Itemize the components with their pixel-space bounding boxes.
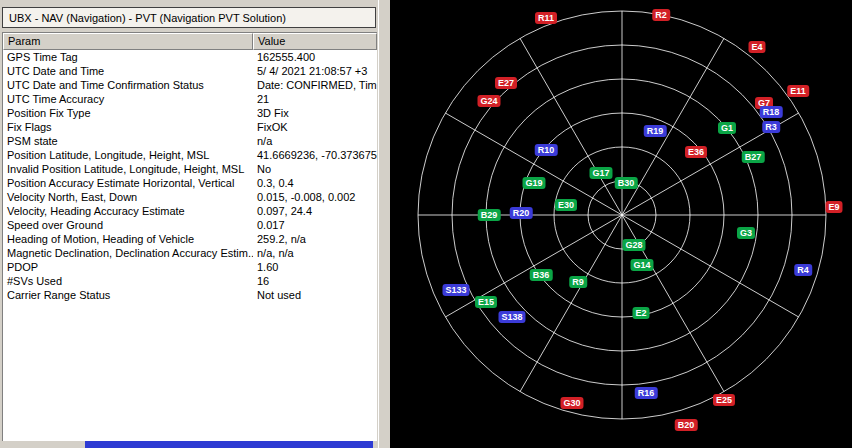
value-cell: 41.6669236, -70.373675 xyxy=(253,148,377,162)
param-cell: UTC Date and Time Confirmation Status xyxy=(3,78,253,92)
param-cell: Carrier Range Status xyxy=(3,288,253,302)
param-cell: Velocity, Heading Accuracy Estimate xyxy=(3,204,253,218)
value-cell: Not used xyxy=(253,288,377,302)
value-cell: 0.3, 0.4 xyxy=(253,176,377,190)
satellite-label: G19 xyxy=(522,177,545,189)
value-cell: n/a, n/a xyxy=(253,246,377,260)
table-row[interactable]: Carrier Range StatusNot used xyxy=(3,288,377,302)
value-cell: n/a xyxy=(253,134,377,148)
table-row[interactable]: Magnetic Declination, Declination Accura… xyxy=(3,246,377,260)
satellite-label: G3 xyxy=(737,227,755,239)
param-cell: Position Accuracy Estimate Horizontal, V… xyxy=(3,176,253,190)
param-cell: Fix Flags xyxy=(3,120,253,134)
bottom-blue-strip xyxy=(85,441,373,448)
satellite-label: R19 xyxy=(644,125,667,137)
satellite-label: G1 xyxy=(718,122,736,134)
value-cell: 1.60 xyxy=(253,260,377,274)
table-row[interactable]: Fix FlagsFixOK xyxy=(3,120,377,134)
param-table: Param Value GPS Time Tag162555.400UTC Da… xyxy=(2,32,377,441)
satellite-label: R20 xyxy=(510,207,533,219)
value-cell: Date: CONFIRMED, Tim xyxy=(253,78,377,92)
table-header: Param Value xyxy=(3,33,377,50)
table-row[interactable]: GPS Time Tag162555.400 xyxy=(3,50,377,64)
satellite-label: E27 xyxy=(495,77,517,89)
table-row[interactable]: PDOP1.60 xyxy=(3,260,377,274)
satellite-label: G24 xyxy=(477,95,500,107)
satellite-label: E30 xyxy=(555,199,577,211)
table-row[interactable]: #SVs Used16 xyxy=(3,274,377,288)
table-row[interactable]: Position Fix Type3D Fix xyxy=(3,106,377,120)
value-cell: 0.015, -0.008, 0.002 xyxy=(253,190,377,204)
value-cell: 0.097, 24.4 xyxy=(253,204,377,218)
param-cell: Magnetic Declination, Declination Accura… xyxy=(3,246,253,260)
satellite-label: E25 xyxy=(713,394,735,406)
table-row[interactable]: Velocity, Heading Accuracy Estimate0.097… xyxy=(3,204,377,218)
param-cell: PDOP xyxy=(3,260,253,274)
satellite-label: R4 xyxy=(794,264,812,276)
satellite-label: R11 xyxy=(535,12,557,24)
table-row[interactable]: Speed over Ground0.017 xyxy=(3,218,377,232)
satellite-label: R10 xyxy=(535,144,558,156)
nav-pvt-panel: UBX - NAV (Navigation) - PVT (Navigation… xyxy=(0,0,378,448)
value-cell: 0.017 xyxy=(253,218,377,232)
satellite-label: E4 xyxy=(748,41,765,53)
param-cell: Speed over Ground xyxy=(3,218,253,232)
value-cell: 16 xyxy=(253,274,377,288)
value-cell: 162555.400 xyxy=(253,50,377,64)
satellite-label: R18 xyxy=(760,106,783,118)
table-row[interactable]: UTC Date and Time5/ 4/ 2021 21:08:57 +3 xyxy=(3,64,377,78)
param-cell: UTC Time Accuracy xyxy=(3,92,253,106)
param-cell: Invalid Position Latitude, Longitude, He… xyxy=(3,162,253,176)
table-row[interactable]: Position Latitude, Longitude, Height, MS… xyxy=(3,148,377,162)
panel-title: UBX - NAV (Navigation) - PVT (Navigation… xyxy=(9,12,286,24)
satellite-label: R3 xyxy=(762,121,780,133)
param-cell: PSM state xyxy=(3,134,253,148)
value-cell: 21 xyxy=(253,92,377,106)
satellite-label: E15 xyxy=(475,296,497,308)
param-cell: GPS Time Tag xyxy=(3,50,253,64)
param-cell: Heading of Motion, Heading of Vehicle xyxy=(3,232,253,246)
param-cell: UTC Date and Time xyxy=(3,64,253,78)
value-cell: No xyxy=(253,162,377,176)
table-row[interactable]: Invalid Position Latitude, Longitude, He… xyxy=(3,162,377,176)
panel-title-bar[interactable]: UBX - NAV (Navigation) - PVT (Navigation… xyxy=(2,7,376,28)
table-row[interactable]: Velocity North, East, Down0.015, -0.008,… xyxy=(3,190,377,204)
table-row[interactable]: PSM staten/a xyxy=(3,134,377,148)
value-cell: FixOK xyxy=(253,120,377,134)
satellite-label: G28 xyxy=(622,239,645,251)
table-row[interactable]: UTC Time Accuracy21 xyxy=(3,92,377,106)
table-row[interactable]: UTC Date and Time Confirmation StatusDat… xyxy=(3,78,377,92)
table-row[interactable]: Position Accuracy Estimate Horizontal, V… xyxy=(3,176,377,190)
satellite-label: R16 xyxy=(635,387,658,399)
sky-layer: R11R2E4E27G24E11G7E36E9G30E25B20R18R3R19… xyxy=(390,0,852,448)
satellite-label: E9 xyxy=(825,201,842,213)
u-center-window: UBX - NAV (Navigation) - PVT (Navigation… xyxy=(0,0,852,448)
satellite-label: B20 xyxy=(675,419,698,431)
column-header-param[interactable]: Param xyxy=(3,33,253,50)
satellite-label: E11 xyxy=(787,85,809,97)
satellite-label: G17 xyxy=(589,167,612,179)
satellite-label: S138 xyxy=(498,311,525,323)
panel-splitter[interactable] xyxy=(378,0,390,448)
param-cell: #SVs Used xyxy=(3,274,253,288)
sky-plot-panel: R11R2E4E27G24E11G7E36E9G30E25B20R18R3R19… xyxy=(390,0,852,448)
param-table-body: GPS Time Tag162555.400UTC Date and Time5… xyxy=(3,50,377,302)
satellite-label: B27 xyxy=(742,151,765,163)
satellite-label: E2 xyxy=(632,307,649,319)
satellite-label: S133 xyxy=(442,284,469,296)
satellite-label: E36 xyxy=(685,146,707,158)
satellite-label: B36 xyxy=(530,269,553,281)
value-cell: 5/ 4/ 2021 21:08:57 +3 xyxy=(253,64,377,78)
satellite-label: G14 xyxy=(630,259,653,271)
param-cell: Position Fix Type xyxy=(3,106,253,120)
value-cell: 259.2, n/a xyxy=(253,232,377,246)
satellite-label: G30 xyxy=(560,397,583,409)
satellite-label: B30 xyxy=(615,177,638,189)
satellite-label: R2 xyxy=(652,9,670,21)
table-row[interactable]: Heading of Motion, Heading of Vehicle259… xyxy=(3,232,377,246)
column-header-value[interactable]: Value xyxy=(253,33,377,50)
satellite-label: R9 xyxy=(569,276,587,288)
value-cell: 3D Fix xyxy=(253,106,377,120)
param-cell: Position Latitude, Longitude, Height, MS… xyxy=(3,148,253,162)
satellite-label: B29 xyxy=(478,209,501,221)
